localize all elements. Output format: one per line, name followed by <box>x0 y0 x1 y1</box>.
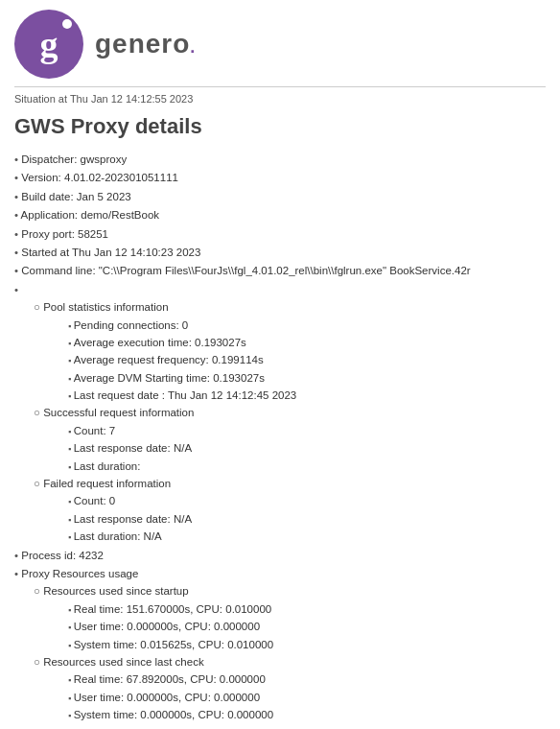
page-title: GWS Proxy details <box>14 114 546 139</box>
logo-dot <box>62 19 72 29</box>
dispatcher-text: Dispatcher: gwsproxy <box>21 153 127 165</box>
failed-last-date-item: Last response date: N/A <box>68 510 546 528</box>
last-check-user: User time: 0.000000s, CPU: 0.000000 <box>68 689 546 706</box>
application-item: Application: demo/RestBook <box>14 206 546 223</box>
build-date-item: Build date: Jan 5 2023 <box>14 188 546 205</box>
logo-g-letter: g <box>40 26 58 62</box>
situation-text: Situation at Thu Jan 12 14:12:55 2023 <box>14 93 193 105</box>
avg-dvm-item: Average DVM Starting time: 0.193027s <box>68 369 546 387</box>
startup-system: System time: 0.015625s, CPU: 0.010000 <box>68 636 546 653</box>
logo-circle: g <box>14 10 83 79</box>
main-list: Dispatcher: gwsproxy Version: 4.01.02-20… <box>14 151 546 729</box>
dispatcher-item: Dispatcher: gwsproxy <box>14 151 546 168</box>
content-area: Dispatcher: gwsproxy Version: 4.01.02-20… <box>14 151 546 729</box>
pool-stats-label: Pool statistics information Pending conn… <box>34 298 546 404</box>
last-check-items: Real time: 67.892000s, CPU: 0.000000 Use… <box>34 670 546 723</box>
failed-req-title: Failed request information <box>43 478 171 489</box>
proxy-resources-title: Proxy Resources usage <box>21 568 138 579</box>
pool-stats-parent: Pool statistics information Pending conn… <box>14 281 546 546</box>
success-last-dur-item: Last duration: <box>68 458 546 475</box>
failed-count-item: Count: 0 <box>68 492 546 509</box>
successful-req-items: Count: 7 Last response date: N/A Last du… <box>34 422 546 475</box>
proxy-resources-sublist: Resources used since startup Real time: … <box>14 582 546 729</box>
failed-req-items: Count: 0 Last response date: N/A Last du… <box>34 492 546 545</box>
pool-stats-title: Pool statistics information <box>43 301 168 313</box>
command-line-text: Command line: "C:\\Program Files\\FourJs… <box>21 265 470 276</box>
process-id-item: Process id: 4232 <box>14 547 546 564</box>
version-item: Version: 4.01.02-202301051111 <box>14 169 546 186</box>
avg-exec-item: Average execution time: 0.193027s <box>68 334 546 351</box>
startup-label: Resources used since startup Real time: … <box>34 582 546 653</box>
brand-name: genero. <box>95 29 196 59</box>
successful-req-label: Successful request information Count: 7 … <box>34 404 546 475</box>
proxy-resources-parent: Proxy Resources usage Resources used sin… <box>14 565 546 729</box>
process-id-text: Process id: 4232 <box>21 550 104 561</box>
situation-line: Situation at Thu Jan 12 14:12:55 2023 <box>14 86 546 105</box>
startup-real: Real time: 151.670000s, CPU: 0.010000 <box>68 600 546 618</box>
brand-dot: . <box>190 37 196 57</box>
threads-label: Number of threads: Handling DVM requests… <box>34 724 546 730</box>
header: g genero. <box>14 10 546 79</box>
avg-freq-item: Average request frequency: 0.199114s <box>68 351 546 368</box>
start-time-item: Started at Thu Jan 12 14:10:23 2023 <box>14 244 546 261</box>
last-check-real: Real time: 67.892000s, CPU: 0.000000 <box>68 670 546 688</box>
application-text: Application: demo/RestBook <box>21 209 159 221</box>
successful-req-title: Successful request information <box>43 407 194 418</box>
start-time-text: Started at Thu Jan 12 14:10:23 2023 <box>21 247 200 258</box>
last-check-label: Resources used since last check Real tim… <box>34 653 546 724</box>
startup-title: Resources used since startup <box>43 585 189 597</box>
success-count-item: Count: 7 <box>68 422 546 439</box>
failed-last-dur-item: Last duration: N/A <box>68 528 546 545</box>
last-check-system: System time: 0.000000s, CPU: 0.000000 <box>68 706 546 723</box>
pool-stats-sublist: Pool statistics information Pending conn… <box>14 298 546 545</box>
version-text: Version: 4.01.02-202301051111 <box>21 172 178 183</box>
success-last-date-item: Last response date: N/A <box>68 439 546 457</box>
proxy-port-item: Proxy port: 58251 <box>14 225 546 243</box>
startup-items: Real time: 151.670000s, CPU: 0.010000 Us… <box>34 600 546 653</box>
pending-item: Pending connections: 0 <box>68 317 546 334</box>
last-req-item: Last request date : Thu Jan 12 14:12:45 … <box>68 387 546 404</box>
pool-stats-items: Pending connections: 0 Average execution… <box>34 317 546 405</box>
startup-user: User time: 0.000000s, CPU: 0.000000 <box>68 618 546 635</box>
command-line-item: Command line: "C:\\Program Files\\FourJs… <box>14 262 546 279</box>
proxy-port-text: Proxy port: 58251 <box>21 228 108 240</box>
last-check-title: Resources used since last check <box>43 656 203 668</box>
failed-req-label: Failed request information Count: 0 Last… <box>34 475 546 546</box>
brand-text: genero. <box>95 29 196 59</box>
build-date-text: Build date: Jan 5 2023 <box>21 191 130 202</box>
